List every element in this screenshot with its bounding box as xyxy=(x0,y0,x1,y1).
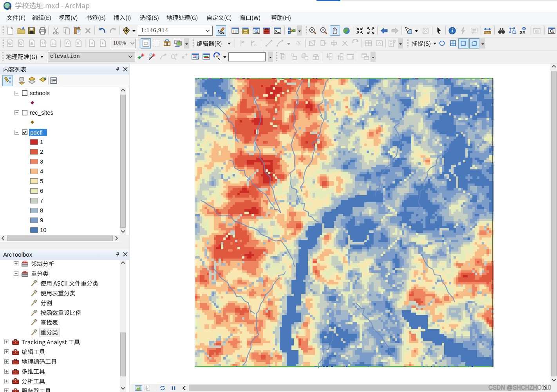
svg-text:!: ! xyxy=(352,55,353,59)
svg-text:A: A xyxy=(254,43,257,47)
svg-text:XY: XY xyxy=(520,30,526,35)
svg-text:1:1: 1:1 xyxy=(52,42,56,45)
